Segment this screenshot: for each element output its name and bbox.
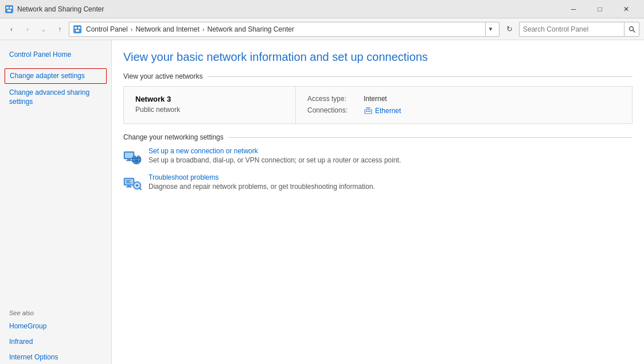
nav-bar: ‹ › ⌄ ↑ Control Panel › Network and Inte… xyxy=(0,18,644,40)
svg-rect-2 xyxy=(10,7,12,9)
content-title: View your basic network information and … xyxy=(123,49,633,64)
change-settings-label: Change your networking settings xyxy=(123,133,224,141)
sidebar: Control Panel Home Change adapter settin… xyxy=(0,40,112,364)
svg-line-38 xyxy=(140,188,142,190)
connections-label: Connections: xyxy=(307,106,359,115)
address-segment-network-internet[interactable]: Network and Internet xyxy=(134,25,201,34)
minimize-button[interactable]: ─ xyxy=(560,0,587,18)
sidebar-item-internet-options[interactable]: Internet Options xyxy=(0,350,111,364)
svg-rect-7 xyxy=(76,30,79,32)
forward-button[interactable]: › xyxy=(21,22,34,36)
ethernet-label: Ethernet xyxy=(375,107,401,115)
svg-rect-32 xyxy=(126,187,132,188)
sidebar-item-homegroup[interactable]: HomeGroup xyxy=(0,319,111,334)
svg-rect-28 xyxy=(136,154,137,157)
access-type-value: Internet xyxy=(364,95,387,103)
svg-rect-6 xyxy=(78,27,80,29)
svg-line-9 xyxy=(633,30,635,32)
address-segment-control-panel[interactable]: Control Panel xyxy=(84,25,130,34)
sidebar-item-adapter-settings[interactable]: Change adapter settings xyxy=(5,68,107,84)
content-area: View your basic network information and … xyxy=(112,40,644,364)
active-networks-label: View your active networks xyxy=(123,72,203,80)
settings-item-troubleshoot: Troubleshoot problems Diagnose and repai… xyxy=(123,173,633,192)
network-type: Public network xyxy=(135,106,284,114)
address-dropdown-button[interactable]: ▼ xyxy=(485,22,495,37)
troubleshoot-text: Troubleshoot problems Diagnose and repai… xyxy=(149,173,633,191)
new-connection-desc: Set up a broadband, dial-up, or VPN conn… xyxy=(149,156,633,164)
main-layout: Control Panel Home Change adapter settin… xyxy=(0,40,644,364)
access-type-row: Access type: Internet xyxy=(307,95,401,103)
new-connection-text: Set up a new connection or network Set u… xyxy=(149,147,633,164)
ethernet-link[interactable]: Ethernet xyxy=(364,106,401,115)
active-networks-header: View your active networks xyxy=(123,72,633,80)
window-title: Network and Sharing Center xyxy=(17,5,560,13)
title-bar: Network and Sharing Center ─ □ ✕ xyxy=(0,0,644,18)
new-connection-title[interactable]: Set up a new connection or network xyxy=(149,147,633,155)
svg-rect-1 xyxy=(6,7,9,9)
search-input[interactable] xyxy=(520,25,624,33)
svg-rect-0 xyxy=(5,5,13,13)
search-box xyxy=(519,22,639,37)
svg-rect-12 xyxy=(368,111,369,112)
maximize-button[interactable]: □ xyxy=(587,0,613,18)
network-card-left: Network 3 Public network xyxy=(124,87,296,123)
svg-rect-13 xyxy=(369,111,370,112)
back-button[interactable]: ‹ xyxy=(5,22,18,36)
connections-row: Connections: xyxy=(307,106,401,115)
access-type-label: Access type: xyxy=(307,95,359,103)
sidebar-item-advanced-sharing[interactable]: Change advanced sharingsettings xyxy=(0,85,111,110)
window-controls: ─ □ ✕ xyxy=(560,0,639,18)
ethernet-icon xyxy=(364,106,373,115)
close-button[interactable]: ✕ xyxy=(613,0,639,18)
address-segment-sharing-center[interactable]: Network and Sharing Center xyxy=(205,25,295,34)
address-icon xyxy=(73,25,82,34)
section-divider xyxy=(208,76,633,77)
svg-rect-35 xyxy=(126,183,131,183)
svg-rect-20 xyxy=(127,159,131,160)
troubleshoot-title[interactable]: Troubleshoot problems xyxy=(149,173,633,181)
svg-rect-4 xyxy=(73,25,81,33)
network-card-right: Access type: Internet Connections: xyxy=(296,87,412,123)
refresh-button[interactable]: ↻ xyxy=(502,22,517,37)
troubleshoot-icon xyxy=(123,173,142,192)
svg-rect-3 xyxy=(7,10,11,11)
sidebar-item-infrared[interactable]: Infrared xyxy=(0,334,111,350)
change-settings-header: Change your networking settings xyxy=(123,133,633,141)
svg-rect-31 xyxy=(127,185,131,187)
address-bar: Control Panel › Network and Internet › N… xyxy=(69,22,499,37)
recent-pages-button[interactable]: ⌄ xyxy=(37,22,50,36)
svg-rect-19 xyxy=(125,153,133,158)
new-connection-icon xyxy=(123,147,142,165)
section-divider-2 xyxy=(228,137,633,138)
svg-rect-33 xyxy=(126,180,131,181)
network-name: Network 3 xyxy=(135,95,284,103)
settings-items: Set up a new connection or network Set u… xyxy=(123,147,633,192)
svg-rect-5 xyxy=(75,27,77,29)
svg-rect-11 xyxy=(366,111,367,112)
svg-point-8 xyxy=(629,26,633,30)
sidebar-item-home[interactable]: Control Panel Home xyxy=(0,47,111,63)
see-also-label: See also xyxy=(0,305,111,319)
svg-rect-34 xyxy=(126,181,130,182)
settings-item-new-connection: Set up a new connection or network Set u… xyxy=(123,147,633,165)
svg-rect-21 xyxy=(126,160,132,161)
address-segments: Control Panel › Network and Internet › N… xyxy=(84,25,483,34)
app-icon xyxy=(5,5,14,14)
up-button[interactable]: ↑ xyxy=(53,22,67,36)
network-card: Network 3 Public network Access type: In… xyxy=(123,86,633,124)
search-button[interactable] xyxy=(624,22,639,37)
troubleshoot-desc: Diagnose and repair network problems, or… xyxy=(149,183,633,191)
